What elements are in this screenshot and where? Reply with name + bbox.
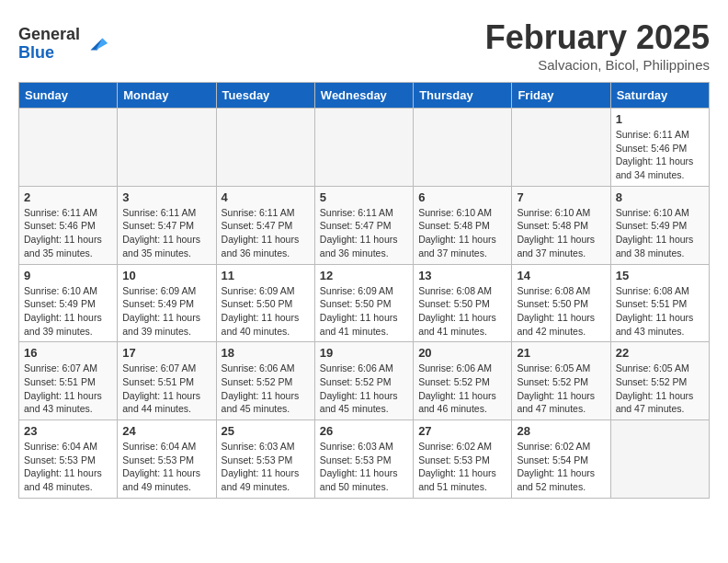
day-number: 5 xyxy=(320,190,408,204)
day-info: Sunrise: 6:11 AM Sunset: 5:47 PM Dayligh… xyxy=(320,206,408,260)
day-number: 13 xyxy=(418,269,506,282)
calendar-cell: 16Sunrise: 6:07 AM Sunset: 5:51 PM Dayli… xyxy=(19,342,118,420)
weekday-header-friday: Friday xyxy=(512,83,610,109)
day-number: 8 xyxy=(616,190,704,204)
day-number: 21 xyxy=(517,346,605,360)
day-info: Sunrise: 6:10 AM Sunset: 5:49 PM Dayligh… xyxy=(616,206,704,260)
day-number: 28 xyxy=(517,424,605,438)
calendar-cell: 19Sunrise: 6:06 AM Sunset: 5:52 PM Dayli… xyxy=(314,342,413,420)
calendar-cell xyxy=(512,109,610,187)
logo-general-text: General xyxy=(18,26,80,44)
calendar-cell: 5Sunrise: 6:11 AM Sunset: 5:47 PM Daylig… xyxy=(314,186,413,264)
day-info: Sunrise: 6:11 AM Sunset: 5:47 PM Dayligh… xyxy=(122,206,210,260)
day-number: 7 xyxy=(517,190,605,204)
calendar-cell: 13Sunrise: 6:08 AM Sunset: 5:50 PM Dayli… xyxy=(414,264,512,342)
day-info: Sunrise: 6:10 AM Sunset: 5:49 PM Dayligh… xyxy=(24,284,112,339)
calendar-cell: 14Sunrise: 6:08 AM Sunset: 5:50 PM Dayli… xyxy=(512,264,610,342)
calendar-cell: 26Sunrise: 6:03 AM Sunset: 5:53 PM Dayli… xyxy=(314,420,413,499)
calendar-cell: 20Sunrise: 6:06 AM Sunset: 5:52 PM Dayli… xyxy=(414,342,512,420)
day-number: 15 xyxy=(616,269,704,282)
calendar-cell xyxy=(216,109,314,187)
day-info: Sunrise: 6:04 AM Sunset: 5:53 PM Dayligh… xyxy=(24,440,112,494)
day-number: 17 xyxy=(122,346,210,360)
weekday-header-sunday: Sunday xyxy=(19,83,118,109)
day-info: Sunrise: 6:10 AM Sunset: 5:48 PM Dayligh… xyxy=(418,206,506,260)
calendar-cell xyxy=(118,109,216,187)
calendar-cell: 11Sunrise: 6:09 AM Sunset: 5:50 PM Dayli… xyxy=(216,264,314,342)
calendar-cell xyxy=(610,420,709,499)
day-number: 20 xyxy=(418,346,506,360)
calendar-cell: 4Sunrise: 6:11 AM Sunset: 5:47 PM Daylig… xyxy=(216,186,314,264)
day-info: Sunrise: 6:04 AM Sunset: 5:53 PM Dayligh… xyxy=(122,440,210,494)
day-number: 18 xyxy=(222,346,310,360)
day-info: Sunrise: 6:03 AM Sunset: 5:53 PM Dayligh… xyxy=(222,440,310,494)
day-number: 26 xyxy=(320,424,408,438)
day-info: Sunrise: 6:05 AM Sunset: 5:52 PM Dayligh… xyxy=(517,362,605,416)
day-number: 25 xyxy=(222,424,310,438)
weekday-header-monday: Monday xyxy=(118,83,216,109)
day-info: Sunrise: 6:08 AM Sunset: 5:50 PM Dayligh… xyxy=(517,284,605,339)
day-info: Sunrise: 6:09 AM Sunset: 5:50 PM Dayligh… xyxy=(320,284,408,339)
day-info: Sunrise: 6:03 AM Sunset: 5:53 PM Dayligh… xyxy=(320,440,408,494)
day-number: 1 xyxy=(616,112,704,126)
calendar-cell: 24Sunrise: 6:04 AM Sunset: 5:53 PM Dayli… xyxy=(118,420,216,499)
day-number: 22 xyxy=(616,346,704,360)
calendar-table: SundayMondayTuesdayWednesdayThursdayFrid… xyxy=(18,82,710,499)
month-title: February 2025 xyxy=(485,18,710,57)
day-number: 4 xyxy=(222,190,310,204)
calendar-cell: 8Sunrise: 6:10 AM Sunset: 5:49 PM Daylig… xyxy=(610,186,709,264)
calendar-week-1: 1Sunrise: 6:11 AM Sunset: 5:46 PM Daylig… xyxy=(19,109,710,187)
logo-blue-text: Blue xyxy=(18,44,80,63)
day-number: 23 xyxy=(24,424,112,438)
day-number: 27 xyxy=(418,424,506,438)
day-number: 16 xyxy=(24,346,112,360)
calendar-cell xyxy=(19,109,118,187)
calendar-cell: 22Sunrise: 6:05 AM Sunset: 5:52 PM Dayli… xyxy=(610,342,709,420)
day-number: 24 xyxy=(122,424,210,438)
calendar-cell: 25Sunrise: 6:03 AM Sunset: 5:53 PM Dayli… xyxy=(216,420,314,499)
calendar-cell: 3Sunrise: 6:11 AM Sunset: 5:47 PM Daylig… xyxy=(118,186,216,264)
weekday-header-thursday: Thursday xyxy=(414,83,512,109)
day-info: Sunrise: 6:07 AM Sunset: 5:51 PM Dayligh… xyxy=(24,362,112,416)
calendar-cell: 12Sunrise: 6:09 AM Sunset: 5:50 PM Dayli… xyxy=(314,264,413,342)
calendar-cell xyxy=(314,109,413,187)
title-block: February 2025 Salvacion, Bicol, Philippi… xyxy=(485,18,710,73)
calendar-cell: 27Sunrise: 6:02 AM Sunset: 5:53 PM Dayli… xyxy=(414,420,512,499)
calendar-week-2: 2Sunrise: 6:11 AM Sunset: 5:46 PM Daylig… xyxy=(19,186,710,264)
weekday-header-saturday: Saturday xyxy=(610,83,709,109)
day-info: Sunrise: 6:11 AM Sunset: 5:46 PM Dayligh… xyxy=(24,206,112,260)
weekday-header-tuesday: Tuesday xyxy=(216,83,314,109)
calendar-cell: 1Sunrise: 6:11 AM Sunset: 5:46 PM Daylig… xyxy=(610,109,709,187)
day-number: 12 xyxy=(320,269,408,282)
page-header: General Blue February 2025 Salvacion, Bi… xyxy=(18,18,710,73)
calendar-week-4: 16Sunrise: 6:07 AM Sunset: 5:51 PM Dayli… xyxy=(19,342,710,420)
calendar-cell: 28Sunrise: 6:02 AM Sunset: 5:54 PM Dayli… xyxy=(512,420,610,499)
day-info: Sunrise: 6:09 AM Sunset: 5:49 PM Dayligh… xyxy=(122,284,210,339)
calendar-cell: 7Sunrise: 6:10 AM Sunset: 5:48 PM Daylig… xyxy=(512,186,610,264)
calendar-cell: 6Sunrise: 6:10 AM Sunset: 5:48 PM Daylig… xyxy=(414,186,512,264)
day-info: Sunrise: 6:06 AM Sunset: 5:52 PM Dayligh… xyxy=(320,362,408,416)
calendar-cell: 15Sunrise: 6:08 AM Sunset: 5:51 PM Dayli… xyxy=(610,264,709,342)
logo-icon xyxy=(84,31,109,57)
calendar-cell xyxy=(414,109,512,187)
day-info: Sunrise: 6:07 AM Sunset: 5:51 PM Dayligh… xyxy=(122,362,210,416)
day-number: 3 xyxy=(122,190,210,204)
day-info: Sunrise: 6:10 AM Sunset: 5:48 PM Dayligh… xyxy=(517,206,605,260)
weekday-header-row: SundayMondayTuesdayWednesdayThursdayFrid… xyxy=(19,83,710,109)
day-number: 14 xyxy=(517,269,605,282)
day-info: Sunrise: 6:08 AM Sunset: 5:51 PM Dayligh… xyxy=(616,284,704,339)
day-info: Sunrise: 6:11 AM Sunset: 5:46 PM Dayligh… xyxy=(616,128,704,182)
day-info: Sunrise: 6:02 AM Sunset: 5:54 PM Dayligh… xyxy=(517,440,605,494)
day-info: Sunrise: 6:05 AM Sunset: 5:52 PM Dayligh… xyxy=(616,362,704,416)
day-number: 9 xyxy=(24,269,112,282)
calendar-cell: 17Sunrise: 6:07 AM Sunset: 5:51 PM Dayli… xyxy=(118,342,216,420)
day-info: Sunrise: 6:09 AM Sunset: 5:50 PM Dayligh… xyxy=(222,284,310,339)
day-info: Sunrise: 6:06 AM Sunset: 5:52 PM Dayligh… xyxy=(418,362,506,416)
calendar-cell: 10Sunrise: 6:09 AM Sunset: 5:49 PM Dayli… xyxy=(118,264,216,342)
calendar-week-5: 23Sunrise: 6:04 AM Sunset: 5:53 PM Dayli… xyxy=(19,420,710,499)
day-info: Sunrise: 6:08 AM Sunset: 5:50 PM Dayligh… xyxy=(418,284,506,339)
calendar-cell: 21Sunrise: 6:05 AM Sunset: 5:52 PM Dayli… xyxy=(512,342,610,420)
day-number: 10 xyxy=(122,269,210,282)
day-number: 2 xyxy=(24,190,112,204)
calendar-cell: 2Sunrise: 6:11 AM Sunset: 5:46 PM Daylig… xyxy=(19,186,118,264)
